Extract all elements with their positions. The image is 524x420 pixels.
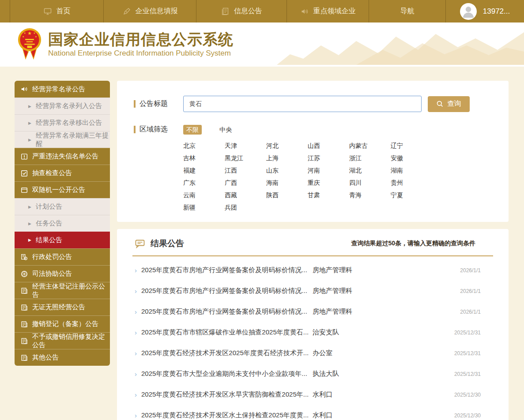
result-title: 2025年度黄石经济技术开发区2025年度黄石经济技术开... [141, 349, 313, 357]
region-item[interactable]: 江苏 [308, 154, 349, 162]
sidebar-item-double-random-disclosure[interactable]: 双随机一公开公告 [15, 181, 110, 198]
region-item[interactable]: 河南 [308, 166, 349, 174]
nav-item-key-field-enterprises[interactable]: 重点领域企业 [287, 0, 369, 22]
sidebar-item-abnormal-operations[interactable]: 经营异常名录公告 [15, 81, 110, 98]
sidebar-item-credit-repair-decision[interactable]: 不予或撤销信用修复决定公告 [15, 332, 110, 349]
region-item[interactable]: 新疆 [183, 203, 225, 211]
region-item[interactable]: 广东 [183, 179, 225, 187]
nav-item-information-announcement[interactable]: 信息公告 [196, 0, 287, 22]
region-item[interactable]: 宁夏 [391, 191, 432, 199]
region-item[interactable]: 天津 [225, 142, 266, 150]
result-row[interactable]: › 2025年度黄石市房地产行业网签备案价及明码标价情况... 房地产管理科 2… [132, 281, 493, 301]
region-item[interactable]: 黑龙江 [225, 154, 266, 162]
region-item[interactable]: 湖南 [391, 166, 432, 174]
region-item[interactable]: 重庆 [308, 179, 349, 187]
region-item[interactable]: 湖北 [349, 166, 391, 174]
region-item[interactable]: 北京 [183, 142, 225, 150]
result-list: › 2025年度黄石市房地产行业网签备案价及明码标价情况... 房地产管理科 2… [132, 260, 493, 420]
result-row[interactable]: › 2025年度黄石市市辖区爆破作业单位抽查2025年度黄石... 治安支队 2… [132, 322, 493, 343]
user-avatar-icon [460, 3, 477, 20]
region-item[interactable]: 海南 [266, 179, 308, 187]
result-department: 治安支队 [313, 328, 454, 337]
result-department: 水利口 [313, 390, 454, 399]
result-date: 2025/12/31 [454, 371, 481, 377]
result-title: 2025年度黄石经济技术开发区水旱灾害防御检查2025年... [141, 390, 313, 399]
region-filter-body: 不限 中央 北京 天津 河北 山西 内蒙古 辽宁 吉林 黑龙江 上海 江苏 [183, 125, 432, 211]
result-row[interactable]: › 2025年度黄石市房地产行业网签备案价及明码标价情况... 房地产管理科 2… [132, 260, 493, 281]
result-date: 2025/12/31 [454, 350, 481, 356]
region-item[interactable]: 山东 [266, 166, 308, 174]
sidebar-item-abnormal-removal[interactable]: ▶ 经营异常名录移出公告 [15, 114, 110, 131]
sidebar-item-administrative-penalty[interactable]: 行政处罚公告 [15, 248, 110, 265]
sidebar-item-judicial-assistance[interactable]: 司法协助公告 [15, 265, 110, 282]
chevron-right-icon: › [135, 349, 141, 357]
sidebar-item-result-announcement[interactable]: ▶ 结果公告 [15, 232, 110, 248]
triangle-right-icon: ▶ [28, 121, 31, 125]
region-chip-any[interactable]: 不限 [183, 125, 202, 135]
region-item[interactable]: 内蒙古 [349, 142, 391, 150]
result-row[interactable]: › 2025年度黄石经济技术开发区水旱灾害防御检查2025年... 水利口 20… [132, 384, 493, 405]
result-row[interactable]: › 2025年度黄石市房地产行业网签备案价及明码标价情况... 房地产管理科 2… [132, 301, 493, 322]
sidebar-item-task-announcement[interactable]: ▶ 任务公告 [15, 215, 110, 232]
region-item[interactable]: 云南 [183, 191, 225, 199]
region-item[interactable]: 福建 [183, 166, 225, 174]
nav-spacer [0, 0, 10, 22]
triangle-right-icon: ▶ [28, 238, 31, 242]
result-title: 2025年度黄石市市辖区爆破作业单位抽查2025年度黄石... [141, 328, 313, 337]
calendar-alert-icon [20, 153, 28, 161]
svg-text:★: ★ [33, 32, 35, 34]
region-item[interactable]: 兵团 [225, 203, 266, 211]
result-row[interactable]: › 2025年度黄石市大型企业逾期尚未支付中小企业款项年... 执法大队 202… [132, 364, 493, 384]
region-item[interactable]: 吉林 [183, 154, 225, 162]
region-item[interactable]: 陕西 [266, 191, 308, 199]
result-row[interactable]: › 2025年度黄石经济技术开发区水土保持检查2025年度黄... 水利口 20… [132, 405, 493, 420]
region-item[interactable]: 上海 [266, 154, 308, 162]
region-item[interactable]: 河北 [266, 142, 308, 150]
region-item[interactable]: 贵州 [391, 179, 432, 187]
region-item[interactable]: 西藏 [225, 191, 266, 199]
region-item[interactable]: 江西 [225, 166, 266, 174]
sidebar-item-spot-check[interactable]: 抽查检查公告 [15, 165, 110, 181]
sidebar-item-other-announcements[interactable]: 其他公告 [15, 349, 110, 366]
gold-bar-icon [134, 126, 136, 133]
region-item[interactable]: 辽宁 [391, 142, 432, 150]
site-subtitle: National Enterprise Credit Information P… [48, 49, 234, 58]
result-department: 执法大队 [313, 370, 454, 378]
sidebar-item-abnormal-inclusion[interactable]: ▶ 经营异常名录列入公告 [15, 98, 110, 114]
user-menu[interactable]: 13972... [445, 0, 524, 22]
nav-item-enterprise-info-filing[interactable]: 企业信息填报 [103, 0, 196, 22]
region-item[interactable]: 安徽 [391, 154, 432, 162]
announcement-title-input[interactable] [183, 96, 422, 112]
announcement-title-label: 公告标题 [134, 99, 183, 109]
sidebar-item-unlicensed-operation[interactable]: 无证无照经营公告 [15, 299, 110, 315]
region-item[interactable]: 广西 [225, 179, 266, 187]
result-title: 2025年度黄石市大型企业逾期尚未支付中小企业款项年... [141, 370, 313, 378]
region-chip-central[interactable]: 中央 [219, 125, 232, 135]
nav-item-navigation[interactable]: 导航 [369, 0, 445, 22]
result-date: 2026/1/1 [460, 267, 481, 274]
region-item[interactable]: 青海 [349, 191, 391, 199]
region-item[interactable]: 甘肃 [308, 191, 349, 199]
search-filter-panel: 公告标题 查询 区域筛选 不限 中央 [117, 81, 509, 222]
result-department: 房地产管理科 [313, 266, 460, 274]
search-button[interactable]: 查询 [428, 96, 470, 112]
region-item[interactable]: 浙江 [349, 154, 391, 162]
result-row[interactable]: › 2025年度黄石经济技术开发区2025年度黄石经济技术开... 办公室 20… [132, 343, 493, 364]
nav-item-label: 企业信息填报 [136, 7, 178, 16]
sidebar-item-abnormal-three-year-reminder[interactable]: ▶ 经营异常名录期满三年提醒 [15, 131, 110, 148]
region-filter-row: 区域筛选 不限 中央 北京 天津 河北 山西 内蒙古 辽宁 吉林 [134, 125, 493, 211]
nav-item-label: 重点领域企业 [313, 7, 356, 16]
title-search-row: 公告标题 查询 [134, 96, 493, 112]
sidebar-item-registration-publicity[interactable]: 经营主体登记注册公示公告 [15, 282, 110, 299]
result-department: 房地产管理科 [313, 308, 460, 316]
chevron-right-icon: › [135, 329, 141, 336]
result-department: 水利口 [313, 411, 454, 420]
nav-item-home[interactable]: 首页 [10, 0, 103, 22]
sidebar-item-revoke-registration[interactable]: 撤销登记（备案）公告 [15, 315, 110, 332]
region-item[interactable]: 山西 [308, 142, 349, 150]
chevron-right-icon: › [135, 391, 141, 398]
region-item[interactable]: 四川 [349, 179, 391, 187]
sidebar-item-plan-announcement[interactable]: ▶ 计划公告 [15, 198, 110, 215]
site-header: ★ ★ ★ ★ ★ 国家企业信用信息公示系统 National Enterpri… [0, 22, 524, 67]
sidebar-item-serious-violation-list[interactable]: 严重违法失信名单公告 [15, 148, 110, 165]
